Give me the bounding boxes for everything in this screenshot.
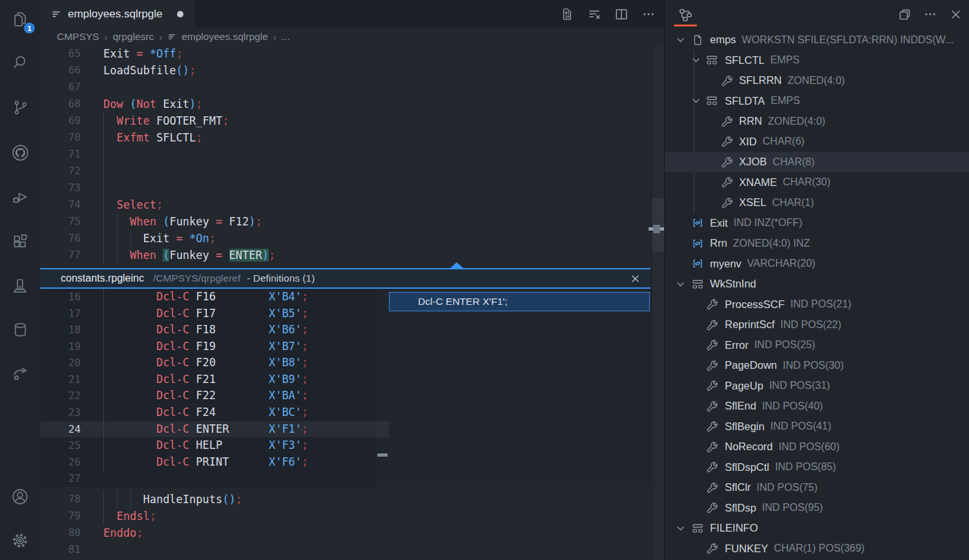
- explorer-badge: 1: [24, 23, 35, 34]
- code-line: 17 Dcl-C F17 X'B5';: [40, 306, 389, 322]
- outline-item-processscf[interactable]: ProcessSCFIND POS(21): [665, 295, 969, 315]
- outline-item-emps[interactable]: empsWORKSTN SFILE(SFLDTA:RRN) INDDS(W...: [665, 30, 969, 50]
- peek-title-meta: - Definitions (1): [247, 273, 315, 284]
- tab-label: employees.sqlrpgle: [68, 8, 162, 21]
- peek-editor[interactable]: 16 Dcl-C F16 X'B4';17 Dcl-C F17 X'B5';18…: [40, 289, 389, 487]
- code-line: 18 Dcl-C F18 X'B6';: [40, 322, 389, 338]
- database-icon[interactable]: [0, 314, 40, 345]
- editor-scrollbar[interactable]: [651, 45, 664, 560]
- outline-item-sflclr[interactable]: SflClrIND POS(75): [665, 477, 969, 498]
- line-number: 79: [40, 508, 81, 524]
- source-control-icon[interactable]: [0, 92, 40, 123]
- close-icon[interactable]: [950, 8, 962, 21]
- outline-item-label: SflBegin: [725, 420, 764, 433]
- settings-icon[interactable]: [0, 525, 40, 556]
- outline-item-label: myenv: [710, 258, 742, 270]
- outline-tab-icon[interactable]: [674, 3, 697, 27]
- outline-item-wkstnind[interactable]: WkStnInd: [665, 274, 969, 295]
- outline-item-detail: IND POS(22): [780, 319, 841, 331]
- outline-item-label: PageUp: [725, 380, 764, 392]
- svg-text:10: 10: [565, 14, 570, 19]
- outline-item-sflbegin[interactable]: SflBeginIND POS(41): [665, 417, 969, 437]
- outline-item-label: SflDsp: [725, 502, 756, 514]
- breadcrumb-item[interactable]: employees.sqlrpgle: [182, 31, 268, 43]
- line-number: 68: [40, 96, 81, 112]
- outline-item-norecord[interactable]: NoRecordIND POS(60): [665, 437, 969, 457]
- outline-item-sfldspctl[interactable]: SflDspCtlIND POS(85): [665, 457, 969, 478]
- outline-item-sflctl[interactable]: SFLCTLEMPS: [665, 50, 969, 71]
- peek-results-list: Dcl-C ENTER X'F1';: [389, 289, 651, 487]
- extensions-icon[interactable]: [0, 226, 40, 257]
- outline-item-sfldta[interactable]: SFLDTAEMPS: [665, 91, 969, 112]
- outline-item-xid[interactable]: XIDCHAR(6): [665, 132, 969, 152]
- outline-item-xjob[interactable]: XJOBCHAR(8): [665, 152, 969, 172]
- outline-item-label: XSEL: [739, 196, 766, 209]
- outline-item-sfldsp[interactable]: SflDspIND POS(95): [665, 498, 969, 519]
- code-line: 21 Dcl-C F21 X'B9';: [40, 371, 389, 388]
- outline-item-label: Error: [725, 339, 749, 351]
- outline-item-rrn[interactable]: RrnZONED(4:0) INZ: [665, 233, 969, 254]
- outline-item-exit[interactable]: ExitIND INZ(*OFF): [665, 213, 969, 234]
- outline-item-fileinfo[interactable]: FILEINFO: [665, 518, 969, 539]
- search-icon[interactable]: [0, 47, 40, 78]
- run-debug-icon[interactable]: [0, 181, 40, 213]
- outline-item-label: emps: [710, 34, 736, 46]
- outline-panel: empsWORKSTN SFILE(SFLDTA:RRN) INDDS(W...…: [664, 0, 969, 560]
- split-editor-icon[interactable]: [615, 8, 628, 21]
- line-number: 80: [40, 524, 81, 541]
- breadcrumb-item[interactable]: qrpglesrc: [112, 31, 154, 43]
- line-number: 23: [40, 404, 81, 421]
- outline-item-detail: IND POS(41): [770, 420, 831, 432]
- dirty-indicator-icon[interactable]: [177, 11, 183, 17]
- outline-item-detail: IND POS(85): [775, 461, 836, 473]
- binary-file-icon[interactable]: 0110: [561, 8, 574, 21]
- outline-item-detail: IND POS(60): [778, 441, 839, 453]
- outline-item-pageup[interactable]: PageUpIND POS(31): [665, 376, 969, 397]
- more-icon[interactable]: [924, 8, 937, 21]
- outline-item-detail: WORKSTN SFILE(SFLDTA:RRN) INDDS(W...: [742, 34, 953, 46]
- line-number: 81: [40, 541, 81, 558]
- more-icon[interactable]: [642, 8, 655, 21]
- line-number: 24: [40, 421, 81, 438]
- outline-item-sflrrn[interactable]: SFLRRNZONED(4:0): [665, 70, 969, 91]
- outline-item-label: XNAME: [739, 176, 777, 189]
- outline-item-label: ReprintScf: [725, 318, 775, 331]
- peek-close-icon[interactable]: [626, 269, 644, 287]
- breadcrumb-item[interactable]: ...: [282, 31, 290, 43]
- outline-item-error[interactable]: ErrorIND POS(25): [665, 335, 969, 356]
- definition-item[interactable]: Dcl-C ENTER X'F1';: [389, 292, 650, 311]
- code-editor[interactable]: 65Exit = *Off;66LoadSubfile();6768Dow (N…: [40, 45, 664, 560]
- outline-item-reprintscf[interactable]: ReprintScfIND POS(22): [665, 315, 969, 335]
- clear-list-icon[interactable]: [588, 8, 601, 21]
- peek-scrollbar[interactable]: [376, 289, 389, 487]
- outline-item-detail: CHAR(1): [772, 197, 814, 209]
- outline-item-label: SFLRRN: [739, 74, 782, 87]
- breadcrumb-item[interactable]: CMPSYS: [57, 31, 99, 43]
- github-icon[interactable]: [0, 137, 40, 168]
- code-line: 69 Write FOOTER_FMT;: [40, 112, 651, 129]
- deploy-icon[interactable]: [0, 358, 40, 389]
- file-list-icon: [167, 32, 176, 41]
- outline-item-detail: IND POS(21): [791, 298, 851, 310]
- restore-icon[interactable]: [899, 8, 911, 21]
- outline-item-sflend[interactable]: SflEndIND POS(40): [665, 396, 969, 417]
- code-line: 66LoadSubfile();: [40, 62, 651, 79]
- outline-item-pagedown[interactable]: PageDownIND POS(30): [665, 355, 969, 376]
- outline-item-label: SflDspCtl: [725, 461, 769, 473]
- code-line: 79 Endsl;: [40, 508, 651, 524]
- breadcrumb-separator: ›: [159, 32, 162, 43]
- outline-item-label: ProcessSCF: [725, 298, 785, 311]
- outline-item-funkey[interactable]: FUNKEYCHAR(1) POS(369): [665, 539, 969, 559]
- outline-item-myenv[interactable]: myenvVARCHAR(20): [665, 254, 969, 275]
- code-line: 72: [40, 163, 651, 180]
- peek-view: constants.rpgleinc /CMPSYS/qrpgleref - D…: [40, 268, 651, 487]
- code-line: 20 Dcl-C F20 X'B8';: [40, 355, 389, 371]
- outline-item-rrn[interactable]: RRNZONED(4:0): [665, 111, 969, 132]
- explorer-icon[interactable]: 1: [0, 4, 40, 35]
- outline-item-xname[interactable]: XNAMECHAR(30): [665, 172, 969, 193]
- outline-item-xsel[interactable]: XSELCHAR(1): [665, 192, 969, 213]
- account-icon[interactable]: [0, 481, 40, 512]
- outline-item-detail: IND POS(95): [762, 502, 823, 513]
- object-browser-icon[interactable]: [0, 271, 40, 302]
- tab-employees[interactable]: employees.sqlrpgle: [40, 0, 195, 28]
